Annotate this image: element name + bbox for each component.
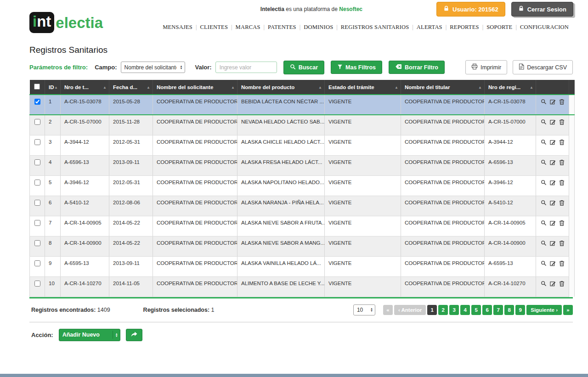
nav-item-registros-sanitarios[interactable]: REGISTROS SANITARIOS bbox=[338, 24, 413, 30]
page-button-8[interactable]: 8 bbox=[504, 305, 514, 315]
delete-icon[interactable] bbox=[559, 240, 565, 247]
view-icon[interactable] bbox=[541, 281, 547, 287]
page-button-7[interactable]: 7 bbox=[493, 305, 503, 315]
row-checkbox[interactable] bbox=[34, 99, 40, 105]
delete-icon[interactable] bbox=[559, 139, 565, 146]
select-all-checkbox[interactable] bbox=[34, 84, 40, 90]
row-checkbox[interactable] bbox=[34, 200, 40, 206]
column-header-solicitante[interactable]: Nombre del solicitante▲ bbox=[153, 80, 237, 95]
pagination-next-button[interactable]: Siguiente › bbox=[526, 305, 562, 315]
user-button[interactable]: Usuario: 201562 bbox=[436, 2, 505, 17]
sort-icon[interactable]: ▲ bbox=[147, 85, 150, 89]
sort-icon[interactable]: ▲ bbox=[103, 85, 107, 89]
page-size-select[interactable]: 10 bbox=[353, 304, 375, 315]
column-header-titular[interactable]: Nombre del titular▲ bbox=[401, 80, 485, 95]
column-header-estado[interactable]: Estado del trámite▲ bbox=[325, 80, 401, 95]
edit-icon[interactable] bbox=[550, 281, 556, 287]
view-icon[interactable] bbox=[541, 200, 547, 207]
row-checkbox[interactable] bbox=[34, 159, 40, 165]
pagination-last-button[interactable]: » bbox=[563, 305, 573, 315]
column-header-fecha[interactable]: Fecha d...▲ bbox=[109, 80, 153, 95]
edit-icon[interactable] bbox=[550, 220, 556, 227]
table-row[interactable]: 5 A-3946-12 2012-05-31 COOPERATIVA DE PR… bbox=[30, 175, 575, 196]
page-button-5[interactable]: 5 bbox=[471, 305, 481, 315]
nav-item-configuracion[interactable]: CONFIGURACION bbox=[517, 24, 572, 30]
row-checkbox[interactable] bbox=[34, 180, 40, 186]
row-checkbox[interactable] bbox=[34, 220, 40, 226]
edit-icon[interactable] bbox=[550, 119, 556, 126]
page-button-4[interactable]: 4 bbox=[460, 305, 470, 315]
action-select[interactable]: Añadir Nuevo bbox=[59, 329, 120, 341]
view-icon[interactable] bbox=[541, 260, 547, 267]
sort-icon[interactable]: ▲ bbox=[478, 85, 482, 89]
nav-item-marcas[interactable]: MARCAS bbox=[232, 24, 264, 30]
view-icon[interactable] bbox=[541, 159, 547, 166]
table-row[interactable]: 9 A-6595-13 2013-09-11 COOPERATIVA DE PR… bbox=[30, 256, 575, 276]
delete-icon[interactable] bbox=[559, 200, 565, 207]
table-row[interactable]: 7 A-CR-14-00905 2014-05-22 COOPERATIVA D… bbox=[30, 216, 575, 236]
column-header-producto[interactable]: Nombre del producto▲ bbox=[237, 80, 325, 95]
sort-icon[interactable]: ▲ bbox=[54, 85, 58, 89]
delete-icon[interactable] bbox=[559, 281, 565, 287]
delete-icon[interactable] bbox=[559, 99, 565, 106]
row-checkbox[interactable] bbox=[34, 260, 40, 266]
edit-icon[interactable] bbox=[550, 200, 556, 207]
page-button-2[interactable]: 2 bbox=[438, 305, 448, 315]
view-icon[interactable] bbox=[541, 119, 547, 126]
edit-icon[interactable] bbox=[550, 99, 556, 106]
column-header-registro[interactable]: Nro de regi...▲ bbox=[485, 80, 536, 95]
print-button[interactable]: Imprimir bbox=[465, 60, 507, 74]
table-row[interactable]: 6 A-5410-12 2012-08-06 COOPERATIVA DE PR… bbox=[30, 196, 575, 216]
view-icon[interactable] bbox=[541, 220, 547, 227]
nav-item-reportes[interactable]: REPORTES bbox=[447, 24, 482, 30]
logout-button[interactable]: Cerrar Sesion bbox=[511, 2, 573, 17]
delete-icon[interactable] bbox=[559, 180, 565, 186]
row-checkbox[interactable] bbox=[34, 119, 40, 125]
filter-value-input[interactable] bbox=[215, 62, 277, 73]
table-row[interactable]: 2 A-CR-15-07000 2015-11-28 COOPERATIVA D… bbox=[30, 115, 575, 135]
delete-icon[interactable] bbox=[559, 159, 565, 166]
view-icon[interactable] bbox=[541, 99, 547, 106]
sort-icon[interactable]: ▲ bbox=[231, 85, 235, 89]
clear-filter-button[interactable]: Borrar Filtro bbox=[389, 61, 445, 74]
nav-item-mensajes[interactable]: MENSAJES bbox=[159, 24, 196, 30]
view-icon[interactable] bbox=[541, 180, 547, 186]
view-icon[interactable] bbox=[541, 240, 547, 247]
edit-icon[interactable] bbox=[550, 240, 556, 247]
row-checkbox[interactable] bbox=[34, 139, 40, 145]
sort-icon[interactable]: ▲ bbox=[530, 85, 533, 89]
table-row[interactable]: 4 A-6596-13 2013-09-11 COOPERATIVA DE PR… bbox=[30, 155, 575, 175]
pagination-prev-button[interactable]: ‹ Anterior bbox=[394, 305, 426, 315]
delete-icon[interactable] bbox=[559, 220, 565, 227]
table-row[interactable]: 8 A-CR-14-00900 2014-05-22 COOPERATIVA D… bbox=[30, 236, 575, 256]
view-icon[interactable] bbox=[541, 139, 547, 146]
page-button-9[interactable]: 9 bbox=[515, 305, 525, 315]
sort-icon[interactable]: ▲ bbox=[395, 85, 398, 89]
row-checkbox[interactable] bbox=[34, 281, 40, 287]
delete-icon[interactable] bbox=[559, 119, 565, 126]
nav-item-alertas[interactable]: ALERTAS bbox=[413, 24, 446, 30]
table-row[interactable]: 10 A-CR-14-10270 2014-11-05 COOPERATIVA … bbox=[30, 276, 575, 297]
column-header-id[interactable]: ID▲ bbox=[45, 80, 61, 95]
nav-item-dominios[interactable]: DOMINIOS bbox=[300, 24, 336, 30]
nav-item-patentes[interactable]: PATENTES bbox=[265, 24, 300, 30]
execute-action-button[interactable] bbox=[126, 329, 142, 341]
more-filters-button[interactable]: Mas Filtros bbox=[331, 61, 382, 74]
download-csv-button[interactable]: Descargar CSV bbox=[513, 60, 573, 74]
page-button-1[interactable]: 1 bbox=[427, 305, 437, 315]
page-button-6[interactable]: 6 bbox=[482, 305, 492, 315]
edit-icon[interactable] bbox=[550, 260, 556, 267]
app-logo[interactable]: intelectia bbox=[29, 12, 103, 33]
table-row[interactable]: 1 A-CR-15-03078 2015-05-28 COOPERATIVA D… bbox=[30, 95, 575, 115]
edit-icon[interactable] bbox=[550, 139, 556, 146]
edit-icon[interactable] bbox=[550, 159, 556, 166]
delete-icon[interactable] bbox=[559, 260, 565, 267]
edit-icon[interactable] bbox=[550, 180, 556, 186]
column-header-nro-tramite[interactable]: Nro de t...▲ bbox=[61, 80, 109, 95]
table-row[interactable]: 3 A-3944-12 2012-05-31 COOPERATIVA DE PR… bbox=[30, 135, 575, 155]
search-button[interactable]: Buscar bbox=[283, 61, 324, 74]
sort-icon[interactable]: ▲ bbox=[318, 85, 322, 89]
row-checkbox[interactable] bbox=[34, 240, 40, 246]
nav-item-clientes[interactable]: CLIENTES bbox=[197, 24, 231, 30]
pagination-first-button[interactable]: « bbox=[383, 305, 393, 315]
